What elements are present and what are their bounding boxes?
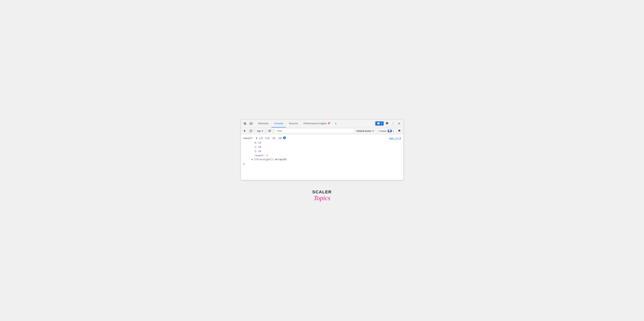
performance-pin-icon: 📌 — [328, 122, 330, 124]
array-key-1: 1: — [254, 145, 258, 149]
svg-rect-1 — [252, 123, 252, 124]
levels-arrow: ▼ — [372, 130, 374, 132]
array-key-0: 0: — [254, 141, 258, 145]
length-row: length: 3 — [243, 154, 401, 158]
toolbar: top ▼ Default levels ▼ 1 Issue: 💬 1 — [241, 128, 403, 134]
log-levels-dropdown[interactable]: Default levels ▼ — [355, 129, 376, 133]
clear-icon[interactable] — [248, 128, 253, 133]
array-key-2: 2: — [254, 150, 258, 154]
more-tabs-button[interactable]: » — [333, 121, 338, 126]
issues-badge-button[interactable]: 💬 1 — [375, 122, 384, 126]
console-cursor[interactable]: > — [243, 162, 401, 166]
array-item-0: 0: 14 — [243, 141, 401, 145]
filter-input[interactable] — [274, 128, 354, 133]
toolbar-divider-2 — [266, 129, 266, 133]
kebab-menu-icon[interactable]: ⋮ — [390, 121, 396, 126]
issue-chat-icon: 💬 — [388, 130, 392, 132]
console-result-row: result: ▼ (3) [14, 16, 18] i app.js:8 — [243, 136, 401, 141]
array-val-0: 14 — [258, 141, 261, 145]
prototype-row[interactable]: ▶ [[Prototype]]: Array(0) — [243, 158, 401, 162]
array-preview[interactable]: ▼ (3) [14, 16, 18] — [256, 136, 282, 140]
inspect-icon[interactable] — [242, 121, 248, 126]
tab-elements[interactable]: Elements — [256, 120, 271, 128]
settings-icon[interactable] — [384, 121, 390, 126]
prototype-label: [[Prototype]]: — [254, 158, 274, 162]
toolbar-divider-1 — [254, 129, 255, 133]
run-icon[interactable] — [242, 128, 247, 133]
info-icon[interactable]: i — [283, 136, 286, 139]
tab-console[interactable]: Console — [272, 120, 286, 128]
tab-bar-icons — [242, 121, 254, 126]
file-link[interactable]: app.js:8 — [389, 136, 401, 140]
dropdown-arrow: ▼ — [262, 130, 264, 132]
svg-point-6 — [269, 130, 270, 131]
issues-count-button[interactable]: 1 Issue: 💬 1 — [377, 129, 396, 133]
console-settings-icon[interactable] — [397, 128, 402, 133]
prototype-arrow[interactable]: ▶ — [252, 158, 253, 161]
devtools-panel: Elements Console Sources Performance ins… — [241, 120, 404, 180]
console-output: result: ▼ (3) [14, 16, 18] i app.js:8 0:… — [241, 134, 403, 180]
array-item-2: 2: 18 — [243, 149, 401, 154]
context-selector[interactable]: top ▼ — [256, 129, 265, 133]
logo-container: SCALER Topics — [312, 190, 332, 202]
toolbar-divider-3 — [273, 129, 274, 133]
tab-bar-right: 💬 1 ⋮ ✕ — [375, 121, 402, 126]
svg-marker-3 — [244, 130, 246, 132]
prototype-val: Array(0) — [275, 158, 287, 162]
tab-performance-insights[interactable]: Performance insights 📌 — [301, 120, 333, 128]
chat-icon: 💬 — [377, 122, 380, 125]
array-val-1: 16 — [258, 145, 261, 149]
array-item-1: 1: 16 — [243, 145, 401, 149]
result-label: result: — [243, 136, 254, 140]
device-icon[interactable] — [248, 121, 254, 126]
array-val-2: 18 — [258, 150, 261, 154]
logo-topics: Topics — [312, 194, 332, 202]
tab-bar: Elements Console Sources Performance ins… — [241, 120, 403, 128]
eye-icon[interactable] — [267, 128, 272, 133]
close-icon[interactable]: ✕ — [396, 121, 402, 126]
logo-scaler: SCALER — [312, 190, 332, 194]
tab-sources[interactable]: Sources — [286, 120, 300, 128]
